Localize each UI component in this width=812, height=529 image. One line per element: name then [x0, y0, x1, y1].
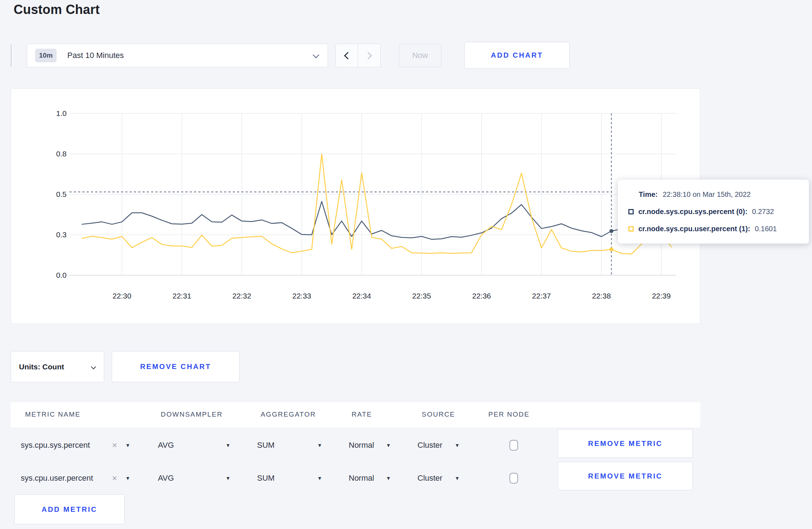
metric-name-value[interactable]: sys.cpu.sys.percent: [21, 441, 90, 450]
series-line: [82, 154, 671, 254]
column-header-per-node: PER NODE: [488, 411, 530, 418]
clear-metric-icon[interactable]: ×: [112, 473, 117, 483]
remove-chart-button[interactable]: REMOVE CHART: [112, 351, 240, 382]
column-header-rate: RATE: [352, 411, 372, 418]
caret-down-icon[interactable]: ▼: [125, 442, 130, 448]
toolbar-divider: [11, 44, 11, 67]
x-axis-label: 22:35: [412, 292, 431, 300]
tooltip-series-name: cr.node.sys.cpu.sys.percent (0):: [638, 208, 748, 216]
per-node-checkbox[interactable]: [509, 473, 518, 484]
x-axis-label: 22:33: [293, 292, 311, 300]
rate-select[interactable]: Normal: [349, 474, 374, 483]
x-axis-label: 22:39: [652, 292, 671, 300]
downsampler-select[interactable]: AVG: [158, 441, 174, 450]
downsampler-select[interactable]: AVG: [158, 474, 174, 483]
time-step-buttons: [335, 44, 381, 67]
y-axis-label: 0.3: [56, 230, 67, 239]
rate-select[interactable]: Normal: [349, 441, 374, 450]
x-axis-label: 22:32: [232, 292, 251, 300]
column-header-downsampler: DOWNSAMPLER: [161, 411, 223, 418]
time-range-label: Past 10 Minutes: [67, 51, 124, 60]
prev-time-button[interactable]: [336, 44, 358, 67]
crosshair-point: [609, 229, 613, 233]
caret-down-icon[interactable]: ▼: [226, 442, 231, 448]
remove-metric-button[interactable]: REMOVE METRIC: [558, 429, 693, 458]
now-button[interactable]: Now: [399, 44, 441, 67]
series-line: [82, 202, 671, 239]
tooltip-series-row: cr.node.sys.cpu.sys.percent (0): 0.2732: [628, 208, 774, 216]
caret-down-icon[interactable]: ▼: [386, 442, 391, 448]
series-swatch-icon: [628, 209, 634, 214]
metric-name-value[interactable]: sys.cpu.user.percent: [21, 474, 93, 483]
caret-down-icon[interactable]: ▼: [455, 475, 460, 481]
caret-down-icon[interactable]: ▼: [317, 442, 322, 448]
chevron-right-icon: [364, 52, 372, 59]
y-axis-label: 1.0: [56, 109, 67, 117]
time-range-badge: 10m: [35, 49, 57, 62]
caret-down-icon[interactable]: ▼: [317, 475, 322, 481]
tooltip-time-value: 22:38:10 on Mar 15th, 2022: [663, 190, 751, 198]
tooltip-series-row: cr.node.sys.cpu.user.percent (1): 0.1601: [628, 225, 777, 233]
column-header-aggregator: AGGREGATOR: [261, 411, 316, 418]
caret-down-icon[interactable]: ▼: [226, 475, 231, 481]
crosshair-point: [609, 247, 613, 251]
aggregator-select[interactable]: SUM: [257, 441, 275, 450]
y-axis-label: 0.8: [56, 150, 67, 158]
x-axis-label: 22:31: [173, 292, 192, 300]
tooltip-time-label: Time:: [639, 190, 658, 198]
chart-card: 0.00.30.50.81.022:3022:3122:3222:3322:34…: [11, 88, 700, 324]
chart-tooltip: Time:22:38:10 on Mar 15th, 2022 cr.node.…: [618, 179, 809, 244]
source-select[interactable]: Cluster: [417, 474, 443, 483]
tooltip-series-name: cr.node.sys.cpu.user.percent (1):: [638, 225, 750, 233]
chevron-down-icon: [313, 52, 319, 58]
metrics-chart[interactable]: 0.00.30.50.81.022:3022:3122:3222:3322:34…: [11, 89, 701, 324]
column-header-source: SOURCE: [422, 411, 455, 418]
caret-down-icon[interactable]: ▼: [125, 475, 130, 481]
x-axis-label: 22:30: [112, 292, 131, 300]
x-axis-label: 22:34: [352, 292, 371, 300]
metrics-table-header: METRIC NAME DOWNSAMPLER AGGREGATOR RATE …: [11, 402, 700, 428]
series-swatch-icon: [628, 226, 634, 232]
add-metric-button[interactable]: ADD METRIC: [14, 494, 125, 524]
x-axis-label: 22:38: [592, 292, 611, 300]
time-range-select[interactable]: 10m Past 10 Minutes: [27, 44, 328, 67]
x-axis-label: 22:36: [472, 292, 491, 300]
y-axis-label: 0.5: [56, 190, 67, 198]
column-header-metric-name: METRIC NAME: [25, 411, 81, 418]
tooltip-series-value: 0.1601: [755, 225, 777, 233]
page-title: Custom Chart: [14, 2, 100, 17]
tooltip-time: Time:22:38:10 on Mar 15th, 2022: [639, 190, 751, 199]
caret-down-icon[interactable]: ▼: [386, 475, 391, 481]
y-axis-label: 0.0: [56, 271, 67, 279]
custom-chart-page: Custom Chart 10m Past 10 Minutes Now ADD…: [0, 0, 812, 529]
aggregator-select[interactable]: SUM: [257, 474, 275, 483]
tooltip-series-value: 0.2732: [752, 208, 774, 216]
next-time-button[interactable]: [358, 44, 380, 67]
per-node-checkbox[interactable]: [509, 440, 518, 451]
chevron-down-icon: [91, 364, 96, 369]
caret-down-icon[interactable]: ▼: [455, 442, 460, 448]
x-axis-label: 22:37: [532, 292, 551, 300]
units-select[interactable]: Units: Count: [11, 351, 104, 382]
add-chart-button[interactable]: ADD CHART: [464, 42, 570, 69]
source-select[interactable]: Cluster: [417, 441, 443, 450]
clear-metric-icon[interactable]: ×: [112, 440, 117, 450]
units-label: Units: Count: [19, 363, 64, 371]
remove-metric-button[interactable]: REMOVE METRIC: [558, 462, 693, 490]
chevron-left-icon: [344, 52, 352, 59]
